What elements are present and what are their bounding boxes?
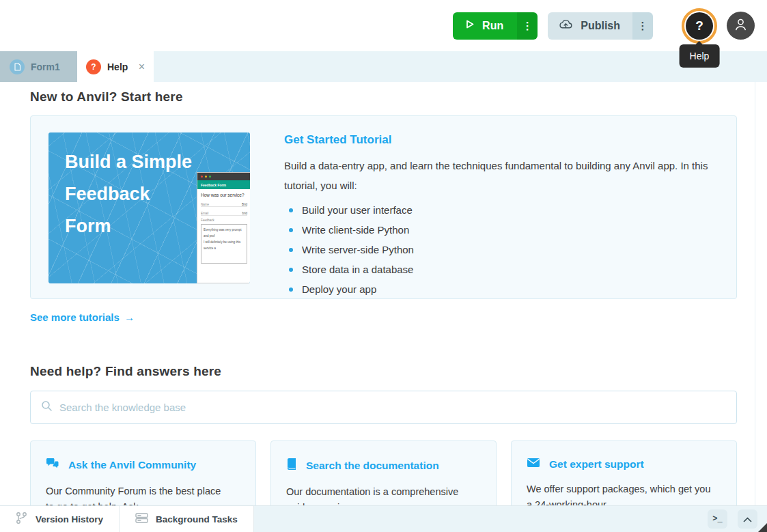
tutorial-title-link[interactable]: Get Started Tutorial (284, 133, 716, 147)
support-card-title[interactable]: Get expert support (527, 458, 721, 471)
question-mark-icon: ? (695, 18, 703, 33)
see-more-tutorials-link[interactable]: See more tutorials → (30, 311, 135, 323)
tasks-list-icon (135, 512, 148, 526)
preview-app-title: Feedback Form (197, 180, 250, 189)
tutorial-details: Get Started Tutorial Build a data-entry … (284, 132, 716, 282)
arrow-right-icon: → (124, 311, 135, 323)
preview-form-heading: How was our service? (201, 193, 247, 197)
bullet-item: Build your user interface (284, 200, 716, 220)
bullet-item: Store data in a database (284, 260, 716, 279)
envelope-icon (527, 458, 540, 471)
feedback-form-preview: Feedback Form How was our service? Name … (197, 172, 250, 283)
publish-button[interactable]: Publish (548, 12, 632, 40)
run-button-group: Run ⋮ (453, 12, 538, 40)
cloud-upload-icon (559, 18, 573, 33)
terminal-button[interactable]: >_ (708, 509, 727, 529)
bullet-item: Deploy your app (284, 279, 716, 299)
tutorial-thumbnail[interactable]: Build a Simple Feedback Form Feedback Fo… (48, 132, 250, 283)
bullet-icon (289, 268, 293, 272)
bullet-icon (289, 288, 293, 292)
top-toolbar: Run ⋮ Publish ⋮ ? Help (0, 0, 767, 51)
account-button[interactable] (727, 12, 755, 40)
bottom-toolbar: Version History Background Tasks >_ (0, 505, 767, 532)
expand-panel-button[interactable] (738, 509, 757, 529)
search-icon (41, 400, 53, 415)
search-input[interactable] (59, 402, 726, 413)
preview-form-body: How was our service? Name Brid Email bri… (197, 189, 250, 264)
play-icon (465, 19, 475, 32)
publish-button-label: Publish (581, 20, 620, 32)
bullet-icon (289, 208, 293, 212)
user-avatar-icon (733, 16, 749, 35)
tab-close-icon[interactable]: × (139, 61, 145, 73)
bullet-icon (289, 248, 293, 252)
tab-help[interactable]: ? Help × (77, 51, 154, 82)
see-more-label: See more tutorials (30, 311, 120, 323)
run-options-button[interactable]: ⋮ (517, 12, 538, 40)
help-tooltip: Help (680, 44, 720, 68)
window-dot-yellow (205, 176, 207, 178)
tutorial-card[interactable]: Build a Simple Feedback Form Feedback Fo… (30, 115, 737, 299)
knowledge-base-search[interactable] (30, 391, 737, 424)
book-icon (286, 458, 297, 473)
git-branch-icon (16, 512, 28, 527)
help-page: New to Anvil? Start here Build a Simple … (0, 82, 767, 532)
publish-options-button[interactable]: ⋮ (632, 12, 653, 40)
tutorial-description: Build a data-entry app, and learn the te… (284, 156, 716, 195)
terminal-icon: >_ (712, 514, 722, 524)
question-mark-icon: ? (91, 62, 96, 72)
form-file-icon (10, 59, 25, 74)
bullet-icon (289, 228, 293, 232)
preview-window-titlebar (197, 173, 250, 180)
tab-form1-label: Form1 (31, 61, 60, 72)
run-button[interactable]: Run (453, 12, 517, 40)
bullet-item: Write server-side Python (284, 240, 716, 260)
tutorial-bullet-list: Build your user interface Write client-s… (284, 200, 716, 299)
tab-strip: Form1 ? Help × (0, 51, 767, 82)
bullet-item: Write client-side Python (284, 220, 716, 240)
version-history-button[interactable]: Version History (0, 506, 120, 532)
anvil-editor-window: Run ⋮ Publish ⋮ ? Help (0, 0, 767, 532)
kebab-menu-icon: ⋮ (638, 20, 648, 32)
run-button-label: Run (482, 20, 503, 32)
help-tab-icon: ? (86, 59, 101, 74)
tutorial-thumbnail-title: Build a Simple Feedback Form (65, 146, 192, 242)
version-history-label: Version History (36, 514, 103, 524)
chat-bubbles-icon (46, 458, 59, 473)
preview-feedback-label: Feedback (201, 219, 247, 222)
publish-button-group: Publish ⋮ (548, 12, 653, 40)
preview-feedback-textarea: Everything was very prompt and prof I wi… (201, 224, 247, 264)
resize-grip[interactable] (758, 523, 767, 532)
documentation-card-title[interactable]: Search the documentation (286, 458, 481, 473)
scrollbar-track[interactable] (755, 82, 767, 505)
section-title-start-here: New to Anvil? Start here (30, 89, 737, 104)
help-button-area: ? Help (682, 8, 717, 44)
tab-help-label: Help (107, 61, 128, 72)
help-button[interactable]: ? (686, 12, 713, 40)
preview-name-row: Name Brid (201, 201, 247, 207)
background-tasks-label: Background Tasks (156, 514, 238, 524)
preview-email-row: Email brid (201, 210, 247, 216)
tooltip-arrow (695, 41, 703, 45)
help-tooltip-label: Help (690, 51, 710, 61)
window-dot-green (209, 176, 211, 178)
chevron-up-icon (743, 513, 752, 525)
section-title-need-help: Need help? Find answers here (30, 364, 737, 379)
background-tasks-button[interactable]: Background Tasks (120, 506, 254, 532)
tab-form1[interactable]: Form1 (0, 51, 77, 82)
window-dot-red (201, 176, 203, 178)
community-card-title[interactable]: Ask the Anvil Community (46, 458, 240, 473)
kebab-menu-icon: ⋮ (522, 20, 533, 32)
